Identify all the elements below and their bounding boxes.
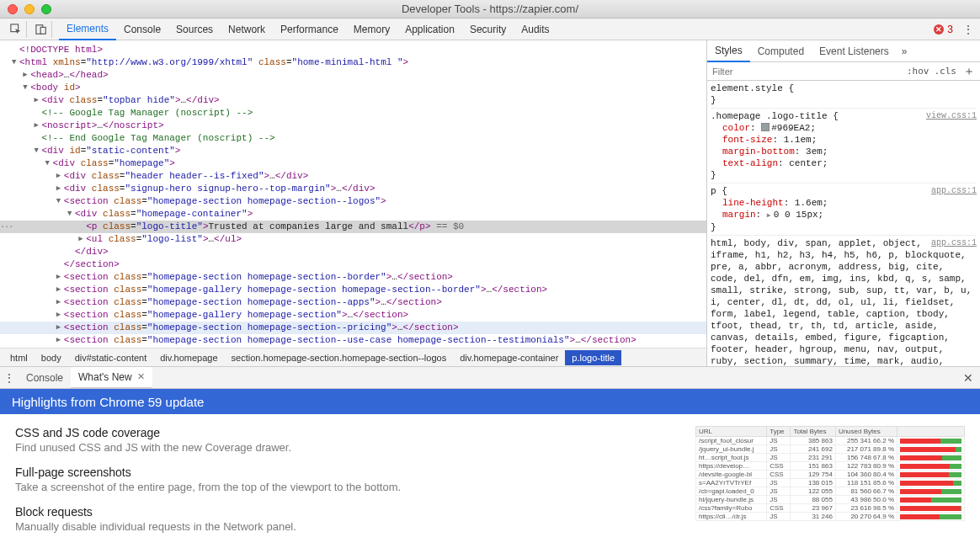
dom-node[interactable]: ▼<div class="homepage-container">	[0, 208, 706, 221]
dom-node[interactable]: ▶<section class="homepage-section homepa…	[0, 271, 706, 284]
dom-node[interactable]: ▶<head>…</head>	[0, 69, 706, 82]
table-row[interactable]: /devsite-google-blCSS129 754104 360 80.4…	[696, 471, 965, 479]
new-style-rule-icon[interactable]: ＋	[963, 64, 975, 79]
feature-item: CSS and JS code coverageFind unused CSS …	[15, 426, 695, 454]
dom-node[interactable]: <!-- End Google Tag Manager (noscript) -…	[0, 132, 706, 145]
css-property[interactable]: color: #969EA2;	[711, 122, 977, 134]
dom-node[interactable]: ▶<div class="topbar hide">…</div>	[0, 94, 706, 107]
feature-item: Full-page screenshotsTake a screenshot o…	[15, 466, 695, 493]
css-property[interactable]: line-height: 1.6em;	[711, 197, 977, 209]
drawer-menu-icon[interactable]: ⋮	[0, 371, 19, 385]
styles-tab-styles[interactable]: Styles	[707, 40, 750, 62]
dom-tree[interactable]: <!DOCTYPE html>▼<html xmlns="http://www.…	[0, 40, 706, 348]
breadcrumb-item[interactable]: div.homepage-container	[453, 350, 565, 365]
feature-desc: Manually disable individual requests in …	[15, 520, 695, 533]
css-property[interactable]: font-size: 1.1em;	[711, 134, 977, 146]
table-row[interactable]: s=AA2YrTVTrYEfJS138 015118 151 85.6 %	[696, 479, 965, 487]
feature-title: CSS and JS code coverage	[15, 426, 695, 439]
dom-node[interactable]: ▶<ul class="logo-list">…</ul>	[0, 233, 706, 246]
dom-node[interactable]: <!-- Google Tag Manager (noscript) -->	[0, 107, 706, 120]
dom-node[interactable]: ▶<section class="homepage-section homepa…	[0, 334, 706, 347]
main-tabs: ElementsConsoleSourcesNetworkPerformance…	[59, 19, 557, 40]
table-row[interactable]: /jquery_ui-bundle.jJS241 692217 071 89.8…	[696, 445, 965, 454]
table-row[interactable]: https://cli…/dr.jsJS31 24620 270 64.9 %	[696, 513, 965, 521]
error-badge[interactable]: ✕ 3	[934, 24, 953, 35]
breadcrumb-item[interactable]: body	[35, 350, 68, 365]
tab-network[interactable]: Network	[221, 19, 273, 40]
table-row[interactable]: /cb=gapi.loaded_0JS122 05581 560 66.7 %	[696, 487, 965, 496]
dom-node[interactable]: ▶<div class="header header--is-fixed">…<…	[0, 170, 706, 183]
styles-tab-computed[interactable]: Computed	[750, 40, 812, 62]
drawer-tab-what-s-new[interactable]: What's New✕	[71, 367, 152, 389]
styles-tab-event-listeners[interactable]: Event Listeners	[812, 40, 897, 62]
table-header: URL	[696, 427, 767, 437]
dom-node[interactable]: ▼<div class="homepage">	[0, 157, 706, 170]
dom-node[interactable]: ▼<html xmlns="http://www.w3.org/1999/xht…	[0, 56, 706, 69]
banner-text: Highlights from Chrome 59 update	[12, 395, 204, 409]
drawer-tabs: ⋮ ConsoleWhat's New✕ ✕	[0, 367, 980, 389]
styles-tabs: StylesComputedEvent Listeners »	[707, 40, 980, 62]
rule-source-link[interactable]: app.css:1	[931, 185, 977, 197]
dom-node[interactable]: ▶<section class="homepage-gallery homepa…	[0, 309, 706, 322]
dom-node[interactable]: ▶<div class="signup-hero signup-hero--to…	[0, 183, 706, 195]
whatsnew-features: CSS and JS code coverageFind unused CSS …	[15, 426, 695, 548]
tab-performance[interactable]: Performance	[273, 19, 346, 40]
table-row[interactable]: /script_foot_closurJS385 863255 341 66.2…	[696, 437, 965, 445]
hov-toggle[interactable]: :hov	[907, 66, 929, 77]
styles-filter-input[interactable]	[712, 67, 902, 77]
cls-toggle[interactable]: .cls	[935, 66, 957, 77]
css-selector[interactable]: html, body, div, span, applet, object, i…	[711, 237, 977, 366]
tab-security[interactable]: Security	[462, 19, 514, 40]
table-row[interactable]: ht…script_foot.jsJS231 291156 748 67.8 %	[696, 454, 965, 462]
tab-sources[interactable]: Sources	[168, 19, 221, 40]
styles-filter-bar: :hov .cls ＋	[707, 62, 980, 81]
dom-node[interactable]: ▶<section class="hero hero--signup">…</s…	[0, 347, 706, 348]
table-row[interactable]: /css?family=RoboCSS23 96723 616 98.5 %	[696, 504, 965, 513]
drawer: ⋮ ConsoleWhat's New✕ ✕ Highlights from C…	[0, 366, 980, 548]
breadcrumb[interactable]: htmlbodydiv#static-contentdiv.homepagese…	[0, 348, 706, 366]
breadcrumb-item[interactable]: p.logo-title	[565, 350, 621, 365]
dom-node[interactable]: </div>	[0, 246, 706, 258]
tab-console[interactable]: Console	[116, 19, 168, 40]
feature-item: Block requestsManually disable individua…	[15, 505, 695, 533]
css-selector[interactable]: element.style {	[711, 82, 977, 94]
styles-pane[interactable]: element.style {}view.css:1.homepage .log…	[707, 81, 980, 366]
drawer-close-icon[interactable]: ✕	[963, 371, 973, 385]
dom-node[interactable]: <!DOCTYPE html>	[0, 44, 706, 56]
css-property[interactable]: margin: ▶0 0 15px;	[711, 209, 977, 221]
table-row[interactable]: https://develop…CSS151 863122 783 80.9 %	[696, 462, 965, 471]
tab-application[interactable]: Application	[397, 19, 462, 40]
tab-elements[interactable]: Elements	[59, 19, 116, 40]
tab-audits[interactable]: Audits	[514, 19, 557, 40]
error-icon: ✕	[934, 24, 944, 35]
close-tab-icon[interactable]: ✕	[137, 371, 145, 382]
more-menu-icon[interactable]: ⋮	[961, 23, 975, 36]
window-titlebar: Developer Tools - https://zapier.com/	[0, 0, 980, 19]
device-toolbar-icon[interactable]	[30, 21, 52, 38]
dom-node[interactable]: </section>	[0, 258, 706, 271]
table-header: Unused Bytes	[835, 427, 897, 437]
table-header: Type	[767, 427, 791, 437]
dom-node[interactable]: ▶<section class="homepage-section homepa…	[0, 296, 706, 309]
css-property[interactable]: margin-bottom: 3em;	[711, 146, 977, 157]
breadcrumb-item[interactable]: div#static-content	[68, 350, 154, 365]
dom-node[interactable]: ▶<noscript>…</noscript>	[0, 120, 706, 132]
feature-title: Block requests	[15, 505, 695, 519]
tab-memory[interactable]: Memory	[346, 19, 397, 40]
dom-node[interactable]: ▼<div id="static-content">	[0, 145, 706, 157]
breadcrumb-item[interactable]: html	[3, 350, 35, 365]
dom-node[interactable]: ▼<body id>	[0, 82, 706, 94]
rule-source-link[interactable]: app.css:1	[931, 237, 977, 249]
more-tabs-icon[interactable]: »	[902, 45, 908, 57]
dom-node[interactable]: ··· <p class="logo-title">Trusted at com…	[0, 221, 706, 233]
css-property[interactable]: text-align: center;	[711, 157, 977, 169]
dom-node[interactable]: ▶<section class="homepage-section homepa…	[0, 322, 706, 334]
table-row[interactable]: hl/jquery-bundle.jsJS88 05543 986 50.0 %	[696, 496, 965, 504]
breadcrumb-item[interactable]: div.homepage	[153, 350, 224, 365]
breadcrumb-item[interactable]: section.homepage-section.homepage-sectio…	[225, 350, 454, 365]
dom-node[interactable]: ▶<section class="homepage-gallery homepa…	[0, 284, 706, 296]
drawer-tab-console[interactable]: Console	[19, 367, 71, 389]
inspect-element-icon[interactable]	[5, 21, 27, 38]
rule-source-link[interactable]: view.css:1	[926, 110, 977, 122]
dom-node[interactable]: ▼<section class="homepage-section homepa…	[0, 195, 706, 208]
